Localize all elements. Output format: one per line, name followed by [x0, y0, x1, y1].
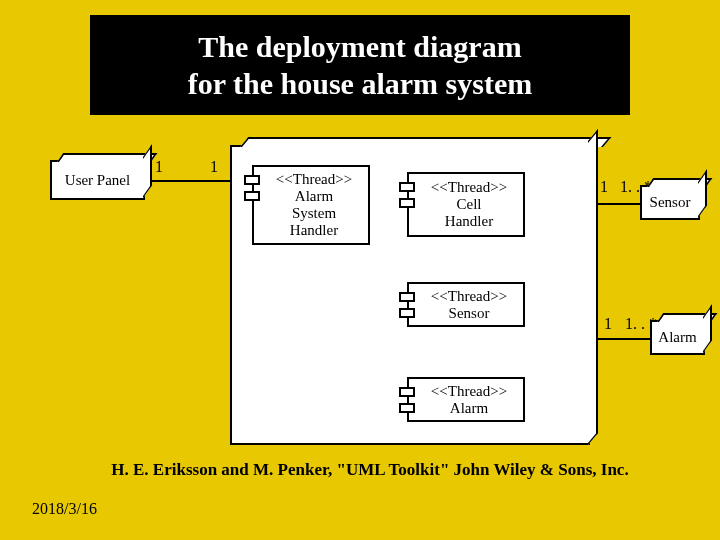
mult-main-left: 1 [210, 158, 218, 176]
mult-main-right-top: 1 [600, 178, 608, 196]
mult-userpanel: 1 [155, 158, 163, 176]
node-alarm-label: Alarm [658, 329, 696, 346]
node-user-panel: User Panel [50, 160, 145, 200]
component-tab-icon [399, 387, 415, 397]
node-user-panel-label: User Panel [65, 172, 130, 189]
node-alarm: Alarm [650, 320, 705, 355]
component-tab-icon [244, 175, 260, 185]
title-line-2: for the house alarm system [188, 67, 532, 100]
comp-line: Alarm [450, 400, 488, 417]
title-band: The deployment diagram for the house ala… [90, 15, 630, 115]
slide-title: The deployment diagram for the house ala… [188, 28, 532, 103]
comp-line: Alarm [295, 188, 333, 205]
comp-line: Cell [457, 196, 482, 213]
stereotype: <<Thread>> [431, 179, 507, 196]
component-sensor: <<Thread>> Sensor [407, 282, 525, 327]
component-tab-icon [399, 403, 415, 413]
stereotype: <<Thread>> [431, 383, 507, 400]
node-sensor: Sensor [640, 185, 700, 220]
component-alarm: <<Thread>> Alarm [407, 377, 525, 422]
diagram-canvas: 1 1 1 1. . * 1 1. . * User Panel Sensor … [0, 130, 720, 495]
component-cell-handler: <<Thread>> Cell Handler [407, 172, 525, 237]
title-line-1: The deployment diagram [198, 30, 521, 63]
association-main-alarm [590, 338, 650, 340]
component-tab-icon [244, 191, 260, 201]
stereotype: <<Thread>> [431, 288, 507, 305]
stereotype: <<Thread>> [276, 171, 352, 188]
citation: H. E. Eriksson and M. Penker, "UML Toolk… [60, 460, 680, 480]
comp-line: Handler [290, 222, 338, 239]
component-tab-icon [399, 292, 415, 302]
node-main: <<Thread>> Alarm System Handler <<Thread… [230, 145, 590, 445]
component-tab-icon [399, 308, 415, 318]
component-alarm-system-handler: <<Thread>> Alarm System Handler [252, 165, 370, 245]
component-tab-icon [399, 198, 415, 208]
comp-line: System [292, 205, 336, 222]
component-tab-icon [399, 182, 415, 192]
mult-main-right-bottom: 1 [604, 315, 612, 333]
slide: The deployment diagram for the house ala… [0, 0, 720, 540]
comp-line: Sensor [449, 305, 490, 322]
association-userpanel-main [145, 180, 230, 182]
date-label: 2018/3/16 [32, 500, 97, 518]
comp-line: Handler [445, 213, 493, 230]
node-sensor-label: Sensor [650, 194, 691, 211]
